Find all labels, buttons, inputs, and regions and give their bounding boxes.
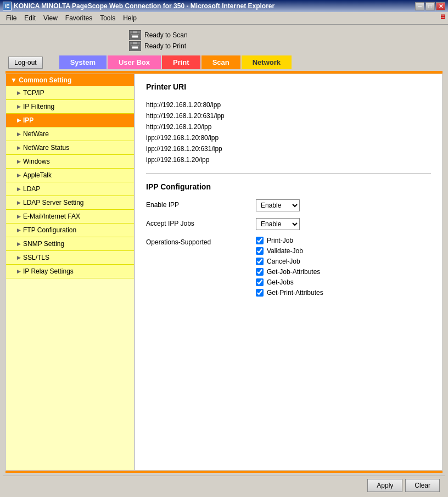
sidebar-item-ldap-server[interactable]: ▶ LDAP Server Setting xyxy=(6,196,134,210)
ready-scan-text: Ready to Scan xyxy=(144,31,188,39)
sidebar-header: ▼ Common Setting xyxy=(6,74,134,86)
close-button[interactable]: ✕ xyxy=(436,2,445,10)
checkbox-get-job-attrs-label: Get-Job-Attributes xyxy=(267,268,320,276)
sidebar-item-ssl[interactable]: ▶ SSL/TLS xyxy=(6,251,134,265)
checkbox-print-job[interactable]: Print-Job xyxy=(256,237,431,244)
section-separator xyxy=(146,174,431,174)
ready-print-text: Ready to Print xyxy=(144,42,186,50)
tab-userbox[interactable]: User Box xyxy=(108,55,161,69)
titlebar: IE KONICA MINOLTA PageScope Web Connecti… xyxy=(0,0,448,12)
enable-ipp-row: Enable IPP Enable Disable xyxy=(146,199,431,211)
window-title: KONICA MINOLTA PageScope Web Connection … xyxy=(14,2,275,10)
operations-checkboxes: Print-Job Validate-Job Cancel-Job G xyxy=(256,237,431,297)
menu-help[interactable]: Help xyxy=(120,13,140,23)
app-content: Ready to Scan Ready to Print Log-out Sys… xyxy=(0,25,448,497)
checkbox-get-jobs[interactable]: Get-Jobs xyxy=(256,278,431,286)
menubar: File Edit View Favorites Tools Help ⊞ xyxy=(0,12,448,25)
status-print: Ready to Print xyxy=(129,41,188,51)
sidebar-item-ftp[interactable]: ▶ FTP Configuration xyxy=(6,224,134,237)
sidebar-item-netware-status[interactable]: ▶ NetWare Status xyxy=(6,141,134,155)
status-items: Ready to Scan Ready to Print xyxy=(129,30,188,51)
printer-icon-scan xyxy=(129,30,141,40)
sidebar-item-ipfiltering[interactable]: ▶ IP Filtering xyxy=(6,100,134,114)
enable-ipp-label: Enable IPP xyxy=(146,199,256,209)
tab-scan[interactable]: Scan xyxy=(201,55,240,69)
uri-item-1: http://192.168.1.20:80/ipp xyxy=(146,99,431,110)
app-icon: IE xyxy=(3,2,12,10)
accept-jobs-label: Accept IPP Jobs xyxy=(146,218,256,227)
checkbox-get-print-attrs-input[interactable] xyxy=(256,289,264,297)
checkbox-get-print-attrs[interactable]: Get-Print-Attributes xyxy=(256,289,431,297)
operations-row: Operations-Supported Print-Job Validate-… xyxy=(146,237,431,297)
checkbox-print-job-input[interactable] xyxy=(256,237,264,244)
sidebar-item-tcpip[interactable]: ▶ TCP/IP xyxy=(6,86,134,100)
uri-item-2: http://192.168.1.20:631/ipp xyxy=(146,110,431,121)
accept-jobs-row: Accept IPP Jobs Enable Disable xyxy=(146,218,431,230)
uri-item-3: http://192.168.1.20/ipp xyxy=(146,121,431,132)
logout-button[interactable]: Log-out xyxy=(8,57,43,69)
maximize-button[interactable]: □ xyxy=(425,2,435,10)
checkbox-cancel-job-label: Cancel-Job xyxy=(267,258,300,265)
checkbox-get-print-attrs-label: Get-Print-Attributes xyxy=(267,289,323,297)
printer-uri-title: Printer URI xyxy=(146,82,431,91)
status-scan: Ready to Scan xyxy=(129,30,188,40)
checkbox-print-job-label: Print-Job xyxy=(267,237,293,244)
checkbox-get-job-attrs[interactable]: Get-Job-Attributes xyxy=(256,268,431,276)
checkbox-get-job-attrs-input[interactable] xyxy=(256,268,264,276)
sidebar-item-appletalk[interactable]: ▶ AppleTalk xyxy=(6,169,134,182)
enable-ipp-select[interactable]: Enable Disable xyxy=(256,199,300,211)
sidebar-item-netware[interactable]: ▶ NetWare xyxy=(6,127,134,141)
tabs-container: System User Box Print Scan Network xyxy=(59,55,292,69)
checkbox-cancel-job[interactable]: Cancel-Job xyxy=(256,258,431,265)
checkbox-validate-job[interactable]: Validate-Job xyxy=(256,247,431,255)
menu-favorites[interactable]: Favorites xyxy=(62,13,96,23)
uri-list: http://192.168.1.20:80/ipp http://192.16… xyxy=(146,99,431,165)
header-row: Log-out System User Box Print Scan Netwo… xyxy=(3,54,445,71)
sidebar-item-snmp[interactable]: ▶ SNMP Setting xyxy=(6,237,134,251)
svg-rect-4 xyxy=(132,42,138,44)
main-layout: ▼ Common Setting ▶ TCP/IP ▶ IP Filtering… xyxy=(5,74,443,471)
menu-tools[interactable]: Tools xyxy=(97,13,119,23)
checkbox-get-jobs-label: Get-Jobs xyxy=(267,278,294,286)
sidebar-item-ipp[interactable]: ▶ IPP xyxy=(6,114,134,127)
sidebar-item-email-fax[interactable]: ▶ E-Mail/Internet FAX xyxy=(6,210,134,224)
apply-button[interactable]: Apply xyxy=(367,479,402,492)
operations-label: Operations-Supported xyxy=(146,237,256,246)
checkbox-validate-job-label: Validate-Job xyxy=(267,247,303,255)
clear-button[interactable]: Clear xyxy=(405,479,440,492)
tab-print[interactable]: Print xyxy=(162,55,200,69)
uri-item-5: ipp://192.168.1.20:631/ipp xyxy=(146,143,431,154)
menu-file[interactable]: File xyxy=(3,13,20,23)
menu-edit[interactable]: Edit xyxy=(21,13,39,23)
windows-logo: ⊞ xyxy=(440,13,445,23)
status-bar: Ready to Scan Ready to Print xyxy=(3,27,445,54)
uri-item-4: ipp://192.168.1.20:80/ipp xyxy=(146,132,431,143)
svg-rect-5 xyxy=(132,46,138,49)
checkbox-get-jobs-input[interactable] xyxy=(256,278,264,286)
bottom-bar: Apply Clear xyxy=(3,476,445,495)
sidebar: ▼ Common Setting ▶ TCP/IP ▶ IP Filtering… xyxy=(5,74,135,471)
content-area: Printer URI http://192.168.1.20:80/ipp h… xyxy=(135,74,443,471)
printer-icon-print xyxy=(129,41,141,51)
sidebar-item-iprelay[interactable]: ▶ IP Relay Settings xyxy=(6,265,134,278)
checkbox-cancel-job-input[interactable] xyxy=(256,258,264,265)
bottom-orange-divider xyxy=(5,471,443,473)
tab-network[interactable]: Network xyxy=(242,55,292,69)
menu-view[interactable]: View xyxy=(40,13,61,23)
minimize-button[interactable]: ─ xyxy=(415,2,424,10)
tab-system[interactable]: System xyxy=(59,55,107,69)
sidebar-item-ldap[interactable]: ▶ LDAP xyxy=(6,182,134,196)
uri-item-6: ipp://192.168.1.20/ipp xyxy=(146,154,431,165)
checkbox-validate-job-input[interactable] xyxy=(256,247,264,255)
sidebar-item-windows[interactable]: ▶ Windows xyxy=(6,155,134,169)
ipp-config-title: IPP Configuration xyxy=(146,182,431,191)
svg-rect-1 xyxy=(132,31,138,33)
svg-rect-2 xyxy=(132,35,138,38)
accept-jobs-select[interactable]: Enable Disable xyxy=(256,218,300,230)
